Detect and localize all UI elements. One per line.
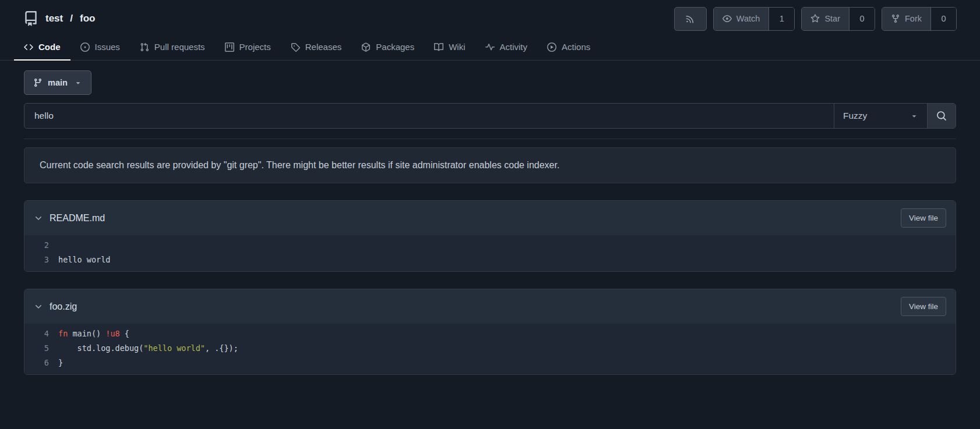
tab-packages[interactable]: Packages — [351, 34, 424, 60]
search-mode-select[interactable]: Fuzzy — [834, 104, 927, 128]
repo-tabbar: Code Issues Pull requests Projects Relea… — [0, 34, 980, 61]
section-divider — [24, 139, 956, 139]
star-button[interactable]: Star — [802, 8, 849, 30]
rss-icon — [685, 14, 695, 24]
line-number: 6 — [24, 356, 58, 370]
star-label: Star — [824, 14, 840, 23]
repo-header: test / foo Watch 1 Star — [0, 0, 980, 34]
tab-label: Activity — [500, 42, 528, 52]
watch-button[interactable]: Watch — [714, 8, 769, 30]
fork-icon — [891, 14, 900, 23]
star-count[interactable]: 0 — [849, 8, 875, 30]
code-line: 5 std.log.debug("hello world", .{}); — [24, 341, 956, 356]
tab-wiki[interactable]: Wiki — [424, 34, 475, 60]
code-line: 6} — [24, 356, 956, 370]
tab-label: Code — [38, 42, 61, 52]
pulse-icon — [485, 42, 495, 52]
search-mode-value: Fuzzy — [843, 111, 867, 121]
repo-icon — [23, 11, 38, 26]
caret-down-icon — [74, 79, 82, 87]
package-icon — [361, 42, 371, 52]
code-line: 2 — [24, 238, 956, 253]
result-card-header: foo.zig View file — [24, 289, 956, 324]
repo-name-link[interactable]: foo — [80, 13, 95, 24]
line-number: 2 — [24, 238, 58, 253]
line-number: 5 — [24, 341, 58, 356]
branch-selector[interactable]: main — [24, 70, 91, 95]
tab-issues[interactable]: Issues — [70, 34, 130, 60]
git-branch-icon — [33, 78, 43, 87]
star-button-group: Star 0 — [801, 7, 875, 31]
search-icon — [936, 111, 947, 121]
code-icon — [24, 42, 33, 52]
tab-label: Projects — [239, 42, 271, 52]
watch-count[interactable]: 1 — [769, 8, 794, 30]
code-search-bar: Fuzzy — [24, 103, 956, 129]
indexer-notice: Current code search results are provided… — [24, 147, 956, 183]
code-search-input[interactable] — [24, 104, 834, 128]
watch-button-group: Watch 1 — [713, 7, 795, 31]
search-button[interactable] — [927, 104, 956, 128]
rss-button[interactable] — [674, 7, 707, 31]
code-text: fn main() !u8 { — [58, 327, 129, 341]
code-search-page: main Fuzzy Current code search results a… — [0, 70, 980, 375]
code-snippet: 23hello world — [24, 235, 956, 271]
code-snippet: 4fn main() !u8 {5 std.log.debug("hello w… — [24, 324, 956, 374]
branch-name: main — [48, 78, 68, 87]
tab-label: Wiki — [449, 42, 465, 52]
repo-owner-link[interactable]: test — [45, 13, 63, 24]
repo-path-separator: / — [70, 13, 73, 24]
tab-pull-requests[interactable]: Pull requests — [130, 34, 215, 60]
fork-label: Fork — [905, 14, 922, 23]
book-icon — [434, 42, 443, 52]
tag-icon — [291, 42, 300, 52]
code-line: 4fn main() !u8 { — [24, 327, 956, 341]
code-text: std.log.debug("hello world", .{}); — [58, 341, 238, 356]
tab-code[interactable]: Code — [14, 34, 70, 60]
tab-label: Issues — [95, 42, 120, 52]
tab-actions[interactable]: Actions — [537, 34, 600, 60]
view-file-button[interactable]: View file — [901, 297, 946, 316]
chevron-down-icon[interactable] — [34, 214, 43, 223]
view-file-button[interactable]: View file — [901, 208, 946, 228]
code-line: 3hello world — [24, 253, 956, 267]
fork-count[interactable]: 0 — [930, 8, 956, 30]
repo-action-buttons: Watch 1 Star 0 Fork 0 — [674, 7, 957, 31]
tab-label: Packages — [376, 42, 414, 52]
code-text: } — [58, 356, 63, 370]
chevron-down-icon[interactable] — [34, 302, 43, 311]
tab-label: Actions — [562, 42, 590, 52]
caret-down-icon — [910, 112, 918, 120]
tab-label: Pull requests — [154, 42, 205, 52]
tab-label: Releases — [305, 42, 342, 52]
tab-activity[interactable]: Activity — [475, 34, 538, 60]
fork-button-group: Fork 0 — [882, 7, 957, 31]
line-number: 3 — [24, 253, 58, 267]
play-circle-icon — [547, 42, 556, 52]
watch-label: Watch — [736, 14, 760, 23]
tab-releases[interactable]: Releases — [281, 34, 352, 60]
project-icon — [225, 42, 234, 52]
eye-icon — [722, 14, 732, 23]
result-filename[interactable]: README.md — [50, 213, 105, 224]
search-result-card: README.md View file 23hello world — [24, 200, 956, 272]
code-text: hello world — [58, 253, 110, 267]
git-pull-request-icon — [140, 42, 149, 52]
issue-opened-icon — [80, 42, 90, 52]
star-icon — [810, 14, 820, 23]
search-result-card: foo.zig View file 4fn main() !u8 {5 std.… — [24, 289, 956, 375]
result-card-header: README.md View file — [24, 201, 956, 235]
repo-title: test / foo — [23, 11, 95, 26]
fork-button[interactable]: Fork — [882, 8, 930, 30]
line-number: 4 — [24, 327, 58, 341]
tab-projects[interactable]: Projects — [215, 34, 281, 60]
result-filename[interactable]: foo.zig — [50, 302, 77, 312]
